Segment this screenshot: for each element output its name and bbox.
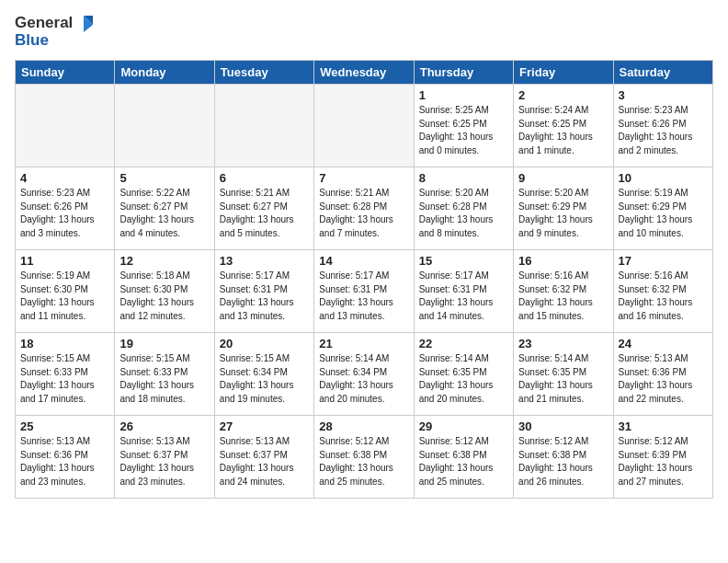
day-number: 24 <box>619 337 708 350</box>
weekday-monday: Monday <box>115 61 214 85</box>
day-cell: 20Sunrise: 5:15 AM Sunset: 6:34 PM Dayli… <box>214 333 313 416</box>
day-info: Sunrise: 5:15 AM Sunset: 6:33 PM Dayligh… <box>20 352 109 406</box>
day-cell: 14Sunrise: 5:17 AM Sunset: 6:31 PM Dayli… <box>314 250 414 333</box>
day-info: Sunrise: 5:22 AM Sunset: 6:27 PM Dayligh… <box>119 187 209 240</box>
day-cell: 9Sunrise: 5:20 AM Sunset: 6:29 PM Daylig… <box>514 167 613 250</box>
day-cell: 28Sunrise: 5:12 AM Sunset: 6:38 PM Dayli… <box>314 416 414 499</box>
day-cell <box>115 85 214 167</box>
day-cell: 23Sunrise: 5:14 AM Sunset: 6:35 PM Dayli… <box>514 333 613 416</box>
day-cell: 10Sunrise: 5:19 AM Sunset: 6:29 PM Dayli… <box>613 167 712 250</box>
day-info: Sunrise: 5:14 AM Sunset: 6:35 PM Dayligh… <box>518 352 608 406</box>
day-info: Sunrise: 5:13 AM Sunset: 6:37 PM Dayligh… <box>220 435 309 488</box>
day-number: 13 <box>220 254 309 268</box>
day-number: 1 <box>419 88 508 102</box>
day-info: Sunrise: 5:19 AM Sunset: 6:30 PM Dayligh… <box>20 270 109 323</box>
day-cell: 5Sunrise: 5:22 AM Sunset: 6:27 PM Daylig… <box>115 167 214 250</box>
logo: General Blue <box>15 15 93 49</box>
day-number: 15 <box>419 254 508 268</box>
day-number: 22 <box>419 337 508 350</box>
day-cell: 7Sunrise: 5:21 AM Sunset: 6:28 PM Daylig… <box>314 167 414 250</box>
day-number: 4 <box>20 171 109 185</box>
day-cell: 13Sunrise: 5:17 AM Sunset: 6:31 PM Dayli… <box>214 250 313 333</box>
day-info: Sunrise: 5:15 AM Sunset: 6:33 PM Dayligh… <box>119 352 209 406</box>
day-number: 27 <box>220 419 309 433</box>
day-number: 17 <box>619 254 708 268</box>
day-info: Sunrise: 5:21 AM Sunset: 6:27 PM Dayligh… <box>220 187 309 240</box>
day-cell: 12Sunrise: 5:18 AM Sunset: 6:30 PM Dayli… <box>115 250 214 333</box>
day-number: 3 <box>619 88 708 102</box>
day-number: 16 <box>518 254 608 268</box>
day-cell: 22Sunrise: 5:14 AM Sunset: 6:35 PM Dayli… <box>414 333 513 416</box>
logo-wordmark: General Blue <box>15 15 93 49</box>
day-cell: 6Sunrise: 5:21 AM Sunset: 6:27 PM Daylig… <box>214 167 313 250</box>
day-cell: 26Sunrise: 5:13 AM Sunset: 6:37 PM Dayli… <box>115 416 214 499</box>
calendar-body: 1Sunrise: 5:25 AM Sunset: 6:25 PM Daylig… <box>16 85 713 499</box>
day-cell: 27Sunrise: 5:13 AM Sunset: 6:37 PM Dayli… <box>214 416 313 499</box>
day-cell: 17Sunrise: 5:16 AM Sunset: 6:32 PM Dayli… <box>613 250 712 333</box>
weekday-saturday: Saturday <box>613 61 712 85</box>
day-number: 23 <box>518 337 608 350</box>
day-info: Sunrise: 5:12 AM Sunset: 6:39 PM Dayligh… <box>619 435 708 488</box>
day-number: 5 <box>119 171 209 185</box>
day-info: Sunrise: 5:24 AM Sunset: 6:25 PM Dayligh… <box>518 104 608 157</box>
day-number: 30 <box>518 419 608 433</box>
day-info: Sunrise: 5:19 AM Sunset: 6:29 PM Dayligh… <box>619 187 708 240</box>
day-number: 19 <box>119 337 209 350</box>
day-info: Sunrise: 5:12 AM Sunset: 6:38 PM Dayligh… <box>419 435 508 488</box>
weekday-wednesday: Wednesday <box>314 61 414 85</box>
day-number: 12 <box>119 254 209 268</box>
day-cell: 3Sunrise: 5:23 AM Sunset: 6:26 PM Daylig… <box>613 85 712 167</box>
day-number: 9 <box>518 171 608 185</box>
day-cell: 19Sunrise: 5:15 AM Sunset: 6:33 PM Dayli… <box>115 333 214 416</box>
weekday-header-row: SundayMondayTuesdayWednesdayThursdayFrid… <box>16 61 713 85</box>
weekday-tuesday: Tuesday <box>214 61 313 85</box>
day-number: 28 <box>319 419 408 433</box>
day-number: 25 <box>20 419 109 433</box>
day-info: Sunrise: 5:20 AM Sunset: 6:29 PM Dayligh… <box>518 187 608 240</box>
day-cell: 4Sunrise: 5:23 AM Sunset: 6:26 PM Daylig… <box>16 167 115 250</box>
day-cell: 16Sunrise: 5:16 AM Sunset: 6:32 PM Dayli… <box>514 250 613 333</box>
day-number: 14 <box>319 254 408 268</box>
day-cell <box>16 85 115 167</box>
day-number: 7 <box>319 171 408 185</box>
day-info: Sunrise: 5:14 AM Sunset: 6:35 PM Dayligh… <box>419 352 508 406</box>
logo-bird-icon <box>74 16 93 32</box>
day-info: Sunrise: 5:17 AM Sunset: 6:31 PM Dayligh… <box>319 270 408 323</box>
day-number: 20 <box>220 337 309 350</box>
day-number: 11 <box>20 254 109 268</box>
day-info: Sunrise: 5:23 AM Sunset: 6:26 PM Dayligh… <box>619 104 708 157</box>
day-number: 8 <box>419 171 508 185</box>
day-cell: 21Sunrise: 5:14 AM Sunset: 6:34 PM Dayli… <box>314 333 414 416</box>
week-row-0: 1Sunrise: 5:25 AM Sunset: 6:25 PM Daylig… <box>16 85 713 167</box>
day-cell <box>314 85 414 167</box>
day-cell: 2Sunrise: 5:24 AM Sunset: 6:25 PM Daylig… <box>514 85 613 167</box>
day-info: Sunrise: 5:15 AM Sunset: 6:34 PM Dayligh… <box>220 352 309 406</box>
day-cell: 11Sunrise: 5:19 AM Sunset: 6:30 PM Dayli… <box>16 250 115 333</box>
day-info: Sunrise: 5:13 AM Sunset: 6:36 PM Dayligh… <box>619 352 708 406</box>
day-info: Sunrise: 5:21 AM Sunset: 6:28 PM Dayligh… <box>319 187 408 240</box>
day-info: Sunrise: 5:18 AM Sunset: 6:30 PM Dayligh… <box>119 270 209 323</box>
day-info: Sunrise: 5:17 AM Sunset: 6:31 PM Dayligh… <box>220 270 309 323</box>
day-info: Sunrise: 5:16 AM Sunset: 6:32 PM Dayligh… <box>619 270 708 323</box>
day-number: 21 <box>319 337 408 350</box>
day-info: Sunrise: 5:14 AM Sunset: 6:34 PM Dayligh… <box>319 352 408 406</box>
logo-blue: Blue <box>15 31 49 49</box>
day-number: 2 <box>518 88 608 102</box>
day-cell: 1Sunrise: 5:25 AM Sunset: 6:25 PM Daylig… <box>414 85 513 167</box>
day-info: Sunrise: 5:25 AM Sunset: 6:25 PM Dayligh… <box>419 104 508 157</box>
day-cell: 8Sunrise: 5:20 AM Sunset: 6:28 PM Daylig… <box>414 167 513 250</box>
day-cell: 31Sunrise: 5:12 AM Sunset: 6:39 PM Dayli… <box>613 416 712 499</box>
day-cell: 15Sunrise: 5:17 AM Sunset: 6:31 PM Dayli… <box>414 250 513 333</box>
week-row-4: 25Sunrise: 5:13 AM Sunset: 6:36 PM Dayli… <box>16 416 713 499</box>
day-cell: 25Sunrise: 5:13 AM Sunset: 6:36 PM Dayli… <box>16 416 115 499</box>
day-cell: 18Sunrise: 5:15 AM Sunset: 6:33 PM Dayli… <box>16 333 115 416</box>
day-number: 6 <box>220 171 309 185</box>
week-row-1: 4Sunrise: 5:23 AM Sunset: 6:26 PM Daylig… <box>16 167 713 250</box>
calendar-table: SundayMondayTuesdayWednesdayThursdayFrid… <box>15 60 713 499</box>
week-row-2: 11Sunrise: 5:19 AM Sunset: 6:30 PM Dayli… <box>16 250 713 333</box>
day-number: 31 <box>619 419 708 433</box>
day-info: Sunrise: 5:12 AM Sunset: 6:38 PM Dayligh… <box>319 435 408 488</box>
day-info: Sunrise: 5:13 AM Sunset: 6:37 PM Dayligh… <box>119 435 209 488</box>
day-cell: 29Sunrise: 5:12 AM Sunset: 6:38 PM Dayli… <box>414 416 513 499</box>
day-info: Sunrise: 5:23 AM Sunset: 6:26 PM Dayligh… <box>20 187 109 240</box>
